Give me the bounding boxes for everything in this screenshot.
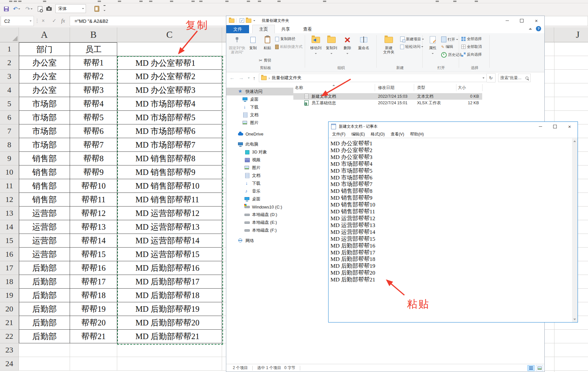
row-header-14[interactable]: 14 <box>0 220 19 234</box>
sidebar-item-网络[interactable]: 网络 <box>226 237 293 245</box>
row-header-21[interactable]: 21 <box>0 316 19 330</box>
cell-C23[interactable] <box>117 343 222 357</box>
cell-C9[interactable]: MD 销售部帮帮8 <box>117 152 222 165</box>
tab-home[interactable]: 主页 <box>252 25 275 33</box>
cell-A15[interactable]: 运营部 <box>19 234 70 248</box>
sidebar-item-本地磁盘 (F:)[interactable]: 本地磁盘 (F:) <box>226 226 293 234</box>
delete-button[interactable]: × 删除 <box>341 35 354 55</box>
cell-A10[interactable]: 销售部 <box>19 165 70 179</box>
undo-icon[interactable]: ↶ <box>13 5 20 13</box>
file-row-员工基础信息[interactable]: 员工基础信息2022/7/24 15:01XLSX 工作表12 KB <box>293 100 482 106</box>
back-icon[interactable]: ← <box>230 75 235 81</box>
cell-A1[interactable]: 部门 <box>19 42 70 56</box>
cell-C24[interactable] <box>117 357 222 371</box>
cell-A5[interactable]: 市场部 <box>19 97 70 111</box>
notepad-close-button[interactable]: × <box>562 122 577 131</box>
menu-format[interactable]: 格式(O) <box>368 132 388 137</box>
sidebar-item-桌面[interactable]: 桌面 <box>226 195 293 203</box>
cell-B4[interactable]: 帮帮3 <box>70 83 117 97</box>
notepad-minimize-button[interactable] <box>533 122 548 131</box>
paste-shortcut-button[interactable]: 粘贴快捷方式 <box>275 44 302 49</box>
font-name-select[interactable]: 宋体 <box>55 4 86 13</box>
cell-A14[interactable]: 运营部 <box>19 220 70 234</box>
cell-B6[interactable]: 帮帮5 <box>70 111 117 124</box>
cell-B13[interactable]: 帮帮12 <box>70 207 117 220</box>
row-header-24[interactable]: 24 <box>0 357 19 371</box>
ribbon-collapse-icon[interactable] <box>529 28 532 30</box>
notepad-scrollbar[interactable] <box>572 138 578 322</box>
cell-A13[interactable]: 运营部 <box>19 207 70 220</box>
tab-view[interactable]: 查看 <box>297 25 318 33</box>
select-none-button[interactable]: 全部取消 <box>461 44 482 49</box>
cell-B14[interactable]: 帮帮13 <box>70 220 117 234</box>
font-dropdown-icon[interactable] <box>82 8 84 9</box>
cell-C17[interactable]: MD 后勤部帮帮16 <box>117 261 222 275</box>
cell-A8[interactable]: 市场部 <box>19 138 70 152</box>
cell-C18[interactable]: MD 后勤部帮帮17 <box>117 275 222 289</box>
scroll-up-icon[interactable] <box>573 140 576 142</box>
cell-B17[interactable]: 帮帮16 <box>70 261 117 275</box>
cell-A11[interactable]: 销售部 <box>19 179 70 193</box>
sidebar-item-下载[interactable]: 下载 <box>226 103 293 111</box>
cell-C4[interactable]: MD 办公室帮帮3 <box>117 83 222 97</box>
cancel-entry-icon[interactable]: × <box>42 16 45 25</box>
explorer-title-bar[interactable]: ✓ 批量创建文件夹 × <box>226 16 544 25</box>
row-header-18[interactable]: 18 <box>0 275 19 289</box>
cell-B15[interactable]: 帮帮14 <box>70 234 117 248</box>
sidebar-item-本地磁盘 (E:)[interactable]: 本地磁盘 (E:) <box>226 219 293 226</box>
sidebar-item-音乐[interactable]: 音乐 <box>226 187 293 195</box>
tab-share[interactable]: 共享 <box>275 25 297 33</box>
cell-B7[interactable]: 帮帮6 <box>70 124 117 138</box>
cell-A19[interactable]: 后勤部 <box>19 289 70 302</box>
cell-B12[interactable]: 帮帮11 <box>70 193 117 207</box>
list-header-type[interactable]: 类型 <box>417 83 425 92</box>
cell-C19[interactable]: MD 后勤部帮帮18 <box>117 289 222 302</box>
sidebar-item-桌面[interactable]: 桌面 <box>226 95 293 103</box>
row-header-19[interactable]: 19 <box>0 289 19 302</box>
cell-A3[interactable]: 办公室 <box>19 70 70 83</box>
list-header-name[interactable]: 名称 <box>295 83 303 92</box>
rename-button[interactable]: 重命名 <box>355 35 372 50</box>
row-header-2[interactable]: 2 <box>0 56 19 70</box>
row-header-15[interactable]: 15 <box>0 234 19 248</box>
cell-B10[interactable]: 帮帮9 <box>70 165 117 179</box>
cell-C7[interactable]: MD 市场部帮帮6 <box>117 124 222 138</box>
row-header-12[interactable]: 12 <box>0 193 19 207</box>
cell-C13[interactable]: MD 运营部帮帮12 <box>117 207 222 220</box>
cell-C3[interactable]: MD 办公室帮帮2 <box>117 70 222 83</box>
row-header-1[interactable]: 1 <box>0 42 19 56</box>
column-header-a[interactable]: A <box>19 27 70 42</box>
sidebar-item-快速访问[interactable]: 快速访问 <box>226 88 293 95</box>
row-header-5[interactable]: 5 <box>0 97 19 111</box>
notepad-title-bar[interactable]: 新建文本文档 - 记事本 × <box>329 122 578 131</box>
cell-A16[interactable]: 运营部 <box>19 248 70 261</box>
row-header-16[interactable]: 16 <box>0 248 19 261</box>
sidebar-item-本地磁盘 (D:)[interactable]: 本地磁盘 (D:) <box>226 211 293 219</box>
cell-A21[interactable]: 后勤部 <box>19 316 70 330</box>
list-header-date[interactable]: 修改日期 <box>378 83 394 92</box>
cell-C8[interactable]: MD 市场部帮帮7 <box>117 138 222 152</box>
notepad-text-area[interactable]: MD 办公室帮帮1MD 办公室帮帮2MD 办公室帮帮3MD 市场部帮帮4MD 市… <box>329 138 572 322</box>
paste-icon[interactable] <box>94 5 99 13</box>
easy-access-button[interactable]: 轻松访问 <box>400 44 423 49</box>
menu-edit[interactable]: 编辑(E) <box>348 132 368 137</box>
menu-help[interactable]: 帮助(H) <box>407 132 427 137</box>
sidebar-item-文档[interactable]: 文档 <box>226 111 293 119</box>
forward-icon[interactable]: → <box>239 75 244 81</box>
cell-A6[interactable]: 市场部 <box>19 111 70 124</box>
cell-B21[interactable]: 帮帮20 <box>70 316 117 330</box>
cell-C10[interactable]: MD 销售部帮帮9 <box>117 165 222 179</box>
thumbnail-view-button[interactable] <box>536 365 543 371</box>
invert-selection-button[interactable]: 反向选择 <box>461 52 482 57</box>
select-all-button[interactable]: 全部选择 <box>461 36 482 41</box>
row-header-13[interactable]: 13 <box>0 207 19 220</box>
cell-C16[interactable]: MD 运营部帮帮15 <box>117 248 222 261</box>
column-header-j[interactable]: J <box>554 27 588 42</box>
cell-B8[interactable]: 帮帮7 <box>70 138 117 152</box>
cell-C6[interactable]: MD 市场部帮帮5 <box>117 111 222 124</box>
cell-B3[interactable]: 帮帮2 <box>70 70 117 83</box>
cell-A24[interactable] <box>19 357 70 371</box>
cell-A22[interactable]: 后勤部 <box>19 330 70 343</box>
cell-A18[interactable]: 后勤部 <box>19 275 70 289</box>
cell-C14[interactable]: MD 运营部帮帮13 <box>117 220 222 234</box>
